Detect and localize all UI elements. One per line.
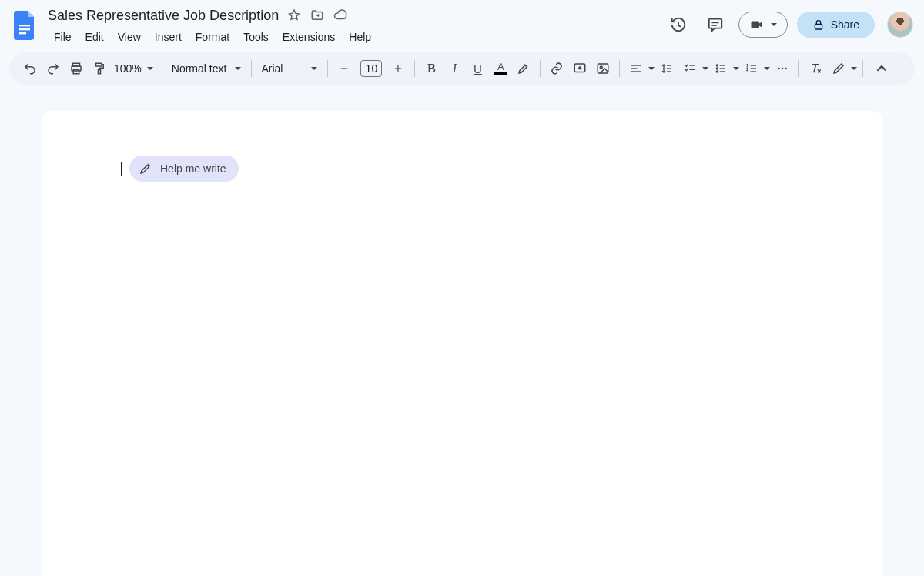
print-button[interactable] — [65, 57, 87, 80]
separator — [798, 60, 799, 77]
chevron-down-icon — [146, 65, 154, 72]
svg-rect-5 — [815, 24, 822, 29]
font-family-dropdown[interactable]: Arial — [256, 62, 323, 75]
align-dropdown[interactable] — [624, 57, 655, 80]
pencil-icon — [828, 57, 849, 80]
line-spacing-icon — [656, 57, 678, 80]
undo-button[interactable] — [19, 57, 41, 80]
clear-formatting-button[interactable] — [805, 57, 826, 80]
menu-extensions[interactable]: Extensions — [276, 28, 341, 46]
checklist-icon — [679, 57, 701, 80]
text-color-button[interactable]: A — [490, 57, 511, 80]
text-cursor — [121, 162, 122, 176]
collapse-toolbar-button[interactable] — [871, 57, 892, 80]
chevron-down-icon — [234, 65, 242, 72]
svg-point-27 — [717, 68, 718, 69]
lock-icon — [812, 18, 825, 31]
move-folder-icon[interactable] — [310, 8, 325, 23]
canvas: Help me write — [0, 91, 924, 576]
align-icon — [625, 57, 647, 80]
insert-link-button[interactable] — [546, 57, 567, 80]
svg-text:2: 2 — [747, 67, 749, 72]
numbered-list-dropdown[interactable]: 12 — [740, 57, 771, 80]
font-size-increase-button[interactable] — [387, 57, 409, 80]
chevron-down-icon — [770, 21, 778, 28]
svg-point-26 — [717, 65, 718, 66]
share-button[interactable]: Share — [797, 12, 875, 38]
font-size-control: 10 — [333, 57, 410, 80]
document-page[interactable]: Help me write — [42, 111, 882, 576]
italic-button[interactable]: I — [444, 57, 465, 80]
cloud-status-icon[interactable] — [333, 8, 348, 23]
separator — [327, 60, 328, 77]
separator — [414, 60, 415, 77]
share-label: Share — [831, 18, 859, 31]
font-size-decrease-button[interactable] — [333, 57, 355, 80]
toolbar: 100% Normal text Arial 10 B I U A — [9, 52, 915, 85]
app-header: Sales Representative Job Description Fil… — [0, 0, 924, 46]
history-icon[interactable] — [665, 11, 692, 39]
svg-rect-1 — [19, 28, 30, 30]
separator — [162, 60, 162, 77]
menu-edit[interactable]: Edit — [79, 28, 110, 46]
svg-rect-0 — [19, 25, 30, 26]
meet-button[interactable] — [738, 12, 788, 38]
separator — [540, 60, 541, 77]
account-avatar[interactable] — [887, 12, 913, 38]
svg-point-28 — [717, 71, 718, 72]
chevron-down-icon — [763, 65, 771, 72]
line-spacing-dropdown[interactable] — [655, 57, 678, 80]
menu-file[interactable]: File — [48, 28, 78, 46]
bulleted-list-dropdown[interactable] — [709, 57, 740, 80]
star-icon[interactable] — [286, 8, 302, 23]
zoom-dropdown[interactable]: 100% — [111, 62, 157, 75]
separator — [619, 60, 620, 77]
chevron-down-icon — [701, 65, 709, 72]
more-options-button[interactable] — [772, 57, 793, 80]
svg-point-38 — [782, 68, 784, 70]
font-family-value: Arial — [261, 62, 283, 75]
editing-mode-dropdown[interactable] — [827, 57, 858, 80]
menu-format[interactable]: Format — [189, 28, 236, 46]
bulleted-list-icon — [710, 57, 732, 80]
chevron-down-icon — [648, 65, 655, 72]
zoom-value: 100% — [114, 62, 142, 75]
underline-button[interactable]: U — [467, 57, 488, 80]
paragraph-style-dropdown[interactable]: Normal text — [167, 62, 247, 75]
header-actions: Share — [665, 6, 913, 39]
text-color-swatch — [494, 72, 507, 75]
magic-pencil-icon — [139, 162, 152, 176]
add-comment-button[interactable] — [569, 57, 591, 80]
chevron-down-icon — [850, 65, 858, 72]
doc-title[interactable]: Sales Representative Job Description — [48, 8, 279, 24]
help-me-write-chip[interactable]: Help me write — [129, 156, 239, 182]
menu-insert[interactable]: Insert — [149, 28, 188, 46]
menu-help[interactable]: Help — [343, 28, 377, 46]
svg-point-39 — [785, 68, 788, 70]
svg-rect-9 — [99, 70, 101, 74]
chevron-down-icon — [310, 65, 318, 72]
bold-button[interactable]: B — [420, 57, 442, 80]
help-me-write-label: Help me write — [160, 162, 226, 175]
video-icon — [748, 18, 765, 32]
menu-bar: File Edit View Insert Format Tools Exten… — [48, 25, 657, 46]
menu-view[interactable]: View — [112, 28, 147, 46]
paragraph-style-value: Normal text — [172, 62, 227, 75]
svg-point-37 — [778, 68, 781, 70]
numbered-list-icon: 12 — [741, 57, 762, 80]
chevron-down-icon — [732, 65, 740, 72]
separator — [862, 60, 863, 77]
svg-rect-16 — [598, 64, 609, 73]
docs-logo-icon[interactable] — [11, 6, 40, 43]
comments-icon[interactable] — [701, 11, 729, 39]
insert-image-button[interactable] — [592, 57, 614, 80]
separator — [251, 60, 252, 77]
svg-rect-2 — [19, 32, 26, 34]
font-size-input[interactable]: 10 — [360, 60, 382, 77]
paint-format-button[interactable] — [89, 57, 110, 80]
redo-button[interactable] — [42, 57, 64, 80]
menu-tools[interactable]: Tools — [237, 28, 275, 46]
highlight-color-button[interactable] — [513, 57, 534, 80]
checklist-dropdown[interactable] — [678, 57, 709, 80]
title-area: Sales Representative Job Description Fil… — [48, 6, 657, 46]
